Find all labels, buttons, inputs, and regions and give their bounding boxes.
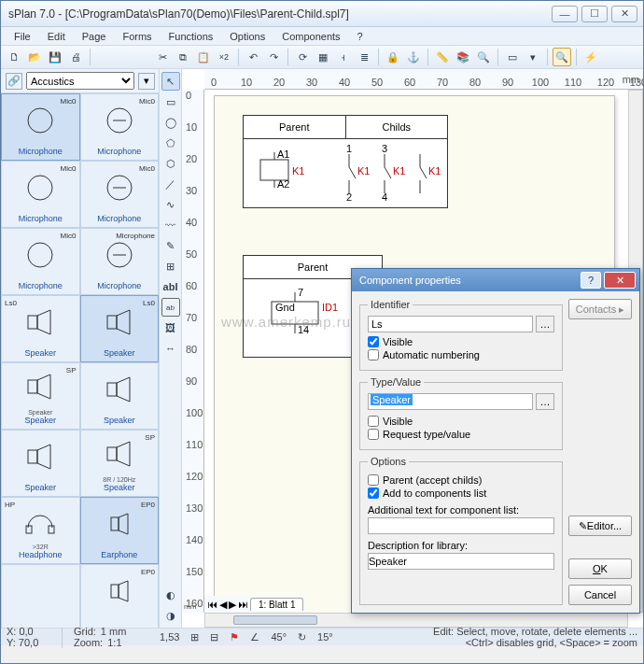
component-cell[interactable]: EP0 xyxy=(80,564,160,628)
identifier-input[interactable] xyxy=(368,316,533,332)
page-icon[interactable]: ▭ xyxy=(503,48,522,66)
dup-icon[interactable]: ×2 xyxy=(215,48,233,66)
grid-icon[interactable]: ▦ xyxy=(314,48,332,66)
tab-nav-last-icon[interactable]: ⏭ xyxy=(238,599,248,610)
cancel-button[interactable]: Cancel xyxy=(568,585,632,605)
minimize-button[interactable]: — xyxy=(552,6,578,22)
component-cell[interactable]: Mic0Microphone xyxy=(1,228,80,295)
ok-button[interactable]: OOKK xyxy=(568,558,632,579)
textbox-tool-icon[interactable]: ab xyxy=(161,298,180,317)
close-button[interactable]: ✕ xyxy=(611,6,637,22)
editor-button[interactable]: ✎ Editor... xyxy=(568,516,632,536)
component-cell[interactable]: SPSpeakerSpeaker xyxy=(1,362,80,430)
menu-functions[interactable]: Functions xyxy=(161,29,221,44)
lib-link-button[interactable]: 🔗 xyxy=(6,73,22,90)
auto-numbering-checkbox[interactable]: Automatic numbering xyxy=(368,349,554,360)
cut-icon[interactable]: ✂ xyxy=(153,48,172,66)
flag-icon[interactable]: ⚑ xyxy=(230,631,239,643)
svg-rect-13 xyxy=(28,380,37,393)
ruler-icon[interactable]: 📏 xyxy=(433,48,452,66)
menu-components[interactable]: Components xyxy=(274,29,347,44)
align-icon[interactable]: ⫞ xyxy=(334,48,353,66)
lock-icon[interactable]: 🔒 xyxy=(384,48,402,66)
svg-marker-10 xyxy=(37,310,50,334)
svg-marker-18 xyxy=(37,445,50,469)
pointer-tool-icon[interactable]: ↖ xyxy=(161,72,180,91)
zoom-icon[interactable]: 🔍 xyxy=(553,48,571,66)
snap2-icon[interactable]: ⊟ xyxy=(210,631,218,643)
image-tool-icon[interactable]: 🖼 xyxy=(161,318,180,337)
dimension-tool-icon[interactable]: ↔ xyxy=(161,339,180,358)
dialog-close-button[interactable]: ✕ xyxy=(604,272,636,289)
bezier-tool-icon[interactable]: 〰 xyxy=(161,216,180,234)
library-select[interactable]: Accustics xyxy=(26,72,134,90)
toggle1-icon[interactable]: ◐ xyxy=(161,586,180,604)
menu-options[interactable]: Options xyxy=(222,29,273,44)
line-tool-icon[interactable]: ／ xyxy=(161,175,180,193)
shape-tool-icon[interactable]: ⬠ xyxy=(161,134,180,152)
component-cell[interactable]: Mic0Microphone xyxy=(80,93,160,161)
rotate-icon[interactable]: ↻ xyxy=(298,631,306,643)
library-icon[interactable]: 📚 xyxy=(454,48,472,66)
undo-icon[interactable]: ↶ xyxy=(244,48,262,66)
parent-checkbox[interactable]: Parent (accept childs) xyxy=(368,474,554,486)
type-browse-button[interactable]: … xyxy=(536,393,554,410)
component-cell[interactable] xyxy=(1,564,80,628)
contacts-button[interactable]: Contacts ▸ xyxy=(568,299,632,319)
angle-icon[interactable]: ∠ xyxy=(250,631,259,643)
h-scrollbar[interactable] xyxy=(204,613,628,628)
request-type-checkbox[interactable]: Request type/value xyxy=(368,429,554,440)
snap1-icon[interactable]: ⊞ xyxy=(190,631,199,643)
menu-?[interactable]: ? xyxy=(350,29,371,44)
menu-page[interactable]: Page xyxy=(75,29,114,44)
find-icon[interactable]: 🔍 xyxy=(474,48,493,66)
text-tool-icon[interactable]: abI xyxy=(161,277,180,296)
tab-nav-first-icon[interactable]: ⏮ xyxy=(207,599,217,610)
component-cell[interactable]: Mic0Microphone xyxy=(80,161,160,228)
visible-identifier-checkbox[interactable]: Visible xyxy=(368,336,554,347)
layers-icon[interactable]: ≣ xyxy=(355,48,373,66)
menu-file[interactable]: File xyxy=(7,29,38,44)
node-tool-icon[interactable]: ⊞ xyxy=(161,257,180,275)
freehand-tool-icon[interactable]: ✎ xyxy=(161,236,180,255)
component-cell[interactable]: Ls0Speaker xyxy=(80,295,160,362)
component-cell[interactable]: EP0Earphone xyxy=(80,497,160,564)
print-icon[interactable]: 🖨 xyxy=(66,48,85,66)
identifier-browse-button[interactable]: … xyxy=(536,316,554,332)
dialog-help-button[interactable]: ? xyxy=(581,272,601,289)
add-to-list-checkbox[interactable]: Add to components list xyxy=(368,487,554,499)
menu-edit[interactable]: Edit xyxy=(40,29,73,44)
component-cell[interactable]: Mic0Microphone xyxy=(1,161,80,228)
open-icon[interactable]: 📂 xyxy=(25,48,44,66)
component-cell[interactable]: Ls0Speaker xyxy=(1,295,80,362)
visible-type-checkbox[interactable]: Visible xyxy=(368,416,554,427)
refresh-icon[interactable]: ⟳ xyxy=(293,48,312,66)
component-cell[interactable]: HP>32RHeadphone xyxy=(1,497,80,564)
toggle2-icon[interactable]: ◑ xyxy=(161,606,180,625)
addtext-input[interactable] xyxy=(368,517,554,534)
component-cell[interactable]: Speaker xyxy=(80,362,160,430)
menu-forms[interactable]: Forms xyxy=(115,29,159,44)
curve-tool-icon[interactable]: ∿ xyxy=(161,195,180,214)
save-icon[interactable]: 💾 xyxy=(46,48,64,66)
page-tab[interactable]: 1: Blatt 1 xyxy=(250,598,303,611)
rect-tool-icon[interactable]: ▭ xyxy=(161,92,180,111)
desc-input[interactable] xyxy=(368,553,554,570)
page-dd-icon[interactable]: ▾ xyxy=(524,48,542,66)
lib-dropdown-button[interactable]: ▾ xyxy=(138,73,155,90)
component-cell[interactable]: Speaker xyxy=(1,430,80,497)
component-cell[interactable]: Mic0Microphone xyxy=(1,93,80,161)
copy-icon[interactable]: ⧉ xyxy=(174,48,192,66)
circle-tool-icon[interactable]: ◯ xyxy=(161,113,180,132)
maximize-button[interactable]: ☐ xyxy=(581,6,608,22)
component-cell[interactable]: MicrophoneMicrophone xyxy=(80,228,160,295)
redo-icon[interactable]: ↷ xyxy=(264,48,283,66)
tab-nav-next-icon[interactable]: ▶ xyxy=(229,599,236,611)
anchor-icon[interactable]: ⚓ xyxy=(404,48,423,66)
component-cell[interactable]: SP8R / 120HzSpeaker xyxy=(80,430,160,497)
new-icon[interactable]: 🗋 xyxy=(5,48,23,66)
paste-icon[interactable]: 📋 xyxy=(194,48,213,66)
poly-tool-icon[interactable]: ⬡ xyxy=(161,154,180,173)
tab-nav-prev-icon[interactable]: ◀ xyxy=(219,599,227,611)
lightning-icon[interactable]: ⚡ xyxy=(581,48,600,66)
